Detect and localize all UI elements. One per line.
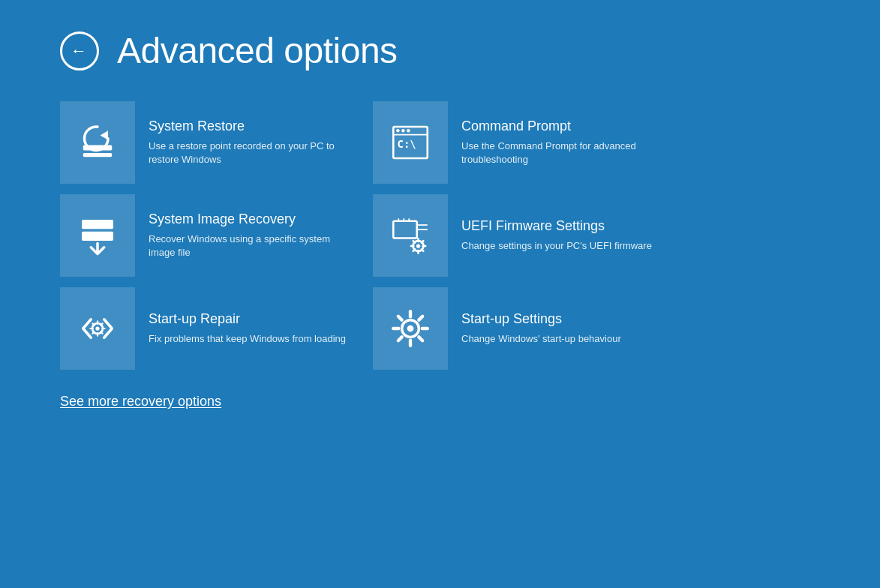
options-grid: System Restore Use a restore point recor… bbox=[60, 101, 675, 370]
svg-rect-12 bbox=[393, 221, 417, 238]
back-arrow-icon: ← bbox=[71, 43, 87, 59]
svg-text:C:\: C:\ bbox=[398, 138, 416, 150]
svg-point-6 bbox=[401, 129, 404, 132]
page-header: ← Advanced options bbox=[60, 30, 820, 71]
command-prompt-title: Command Prompt bbox=[461, 118, 662, 135]
uefi-firmware-title: UEFI Firmware Settings bbox=[461, 218, 652, 235]
startup-repair-description: Fix problems that keep Windows from load… bbox=[149, 332, 346, 346]
back-button[interactable]: ← bbox=[60, 32, 99, 70]
system-image-recovery-icon bbox=[77, 214, 119, 256]
svg-point-29 bbox=[95, 326, 99, 330]
system-image-recovery-text: System Image Recovery Recover Windows us… bbox=[135, 194, 362, 277]
startup-settings-icon-box bbox=[373, 287, 448, 370]
advanced-options-page: ← Advanced options System Restore Use a … bbox=[0, 0, 880, 588]
svg-point-19 bbox=[416, 244, 420, 248]
svg-rect-1 bbox=[83, 153, 113, 157]
system-restore-title: System Restore bbox=[149, 118, 349, 135]
system-restore-description: Use a restore point recorded on your PC … bbox=[149, 140, 349, 166]
see-more-recovery-link[interactable]: See more recovery options bbox=[60, 394, 820, 410]
startup-settings-text: Start-up Settings Change Windows' start-… bbox=[448, 287, 635, 370]
option-startup-settings[interactable]: Start-up Settings Change Windows' start-… bbox=[373, 287, 675, 370]
uefi-firmware-description: Change settings in your PC's UEFI firmwa… bbox=[461, 239, 652, 253]
svg-line-44 bbox=[398, 316, 402, 320]
uefi-firmware-icon-box bbox=[373, 194, 448, 277]
system-restore-icon-box bbox=[60, 101, 135, 184]
svg-line-25 bbox=[422, 249, 423, 250]
command-prompt-icon-box: C:\ bbox=[373, 101, 448, 184]
startup-repair-title: Start-up Repair bbox=[149, 311, 346, 328]
startup-repair-text: Start-up Repair Fix problems that keep W… bbox=[135, 287, 359, 370]
option-startup-repair[interactable]: Start-up Repair Fix problems that keep W… bbox=[60, 287, 362, 370]
system-image-recovery-description: Recover Windows using a specific system … bbox=[149, 232, 349, 260]
system-restore-text: System Restore Use a restore point recor… bbox=[135, 101, 362, 184]
page-title: Advanced options bbox=[117, 30, 398, 71]
system-image-recovery-icon-box bbox=[60, 194, 135, 277]
uefi-firmware-text: UEFI Firmware Settings Change settings i… bbox=[448, 194, 665, 277]
option-uefi-firmware[interactable]: UEFI Firmware Settings Change settings i… bbox=[373, 194, 675, 277]
svg-line-46 bbox=[419, 316, 422, 320]
svg-marker-2 bbox=[101, 130, 109, 140]
system-restore-icon bbox=[77, 122, 119, 164]
system-image-recovery-title: System Image Recovery bbox=[149, 212, 349, 228]
uefi-firmware-icon bbox=[389, 214, 431, 256]
svg-rect-9 bbox=[82, 220, 113, 229]
startup-settings-description: Change Windows' start-up behaviour bbox=[461, 332, 621, 346]
startup-settings-icon bbox=[389, 308, 431, 350]
command-prompt-description: Use the Command Prompt for advanced trou… bbox=[461, 140, 662, 166]
startup-settings-title: Start-up Settings bbox=[461, 311, 621, 328]
svg-point-39 bbox=[407, 326, 414, 332]
svg-line-27 bbox=[413, 249, 415, 250]
command-prompt-text: Command Prompt Use the Command Prompt fo… bbox=[448, 101, 675, 184]
svg-point-5 bbox=[396, 129, 399, 132]
svg-line-26 bbox=[422, 241, 423, 242]
option-system-restore[interactable]: System Restore Use a restore point recor… bbox=[60, 101, 362, 184]
option-command-prompt[interactable]: C:\ Command Prompt Use the Command Promp… bbox=[373, 101, 675, 184]
svg-line-24 bbox=[413, 241, 415, 242]
option-system-image-recovery[interactable]: System Image Recovery Recover Windows us… bbox=[60, 194, 362, 277]
svg-line-47 bbox=[398, 337, 402, 340]
svg-rect-10 bbox=[82, 232, 113, 241]
svg-point-7 bbox=[407, 129, 410, 132]
startup-repair-icon bbox=[77, 308, 119, 350]
svg-line-45 bbox=[419, 337, 422, 340]
startup-repair-icon-box bbox=[60, 287, 135, 370]
command-prompt-icon: C:\ bbox=[389, 122, 431, 164]
